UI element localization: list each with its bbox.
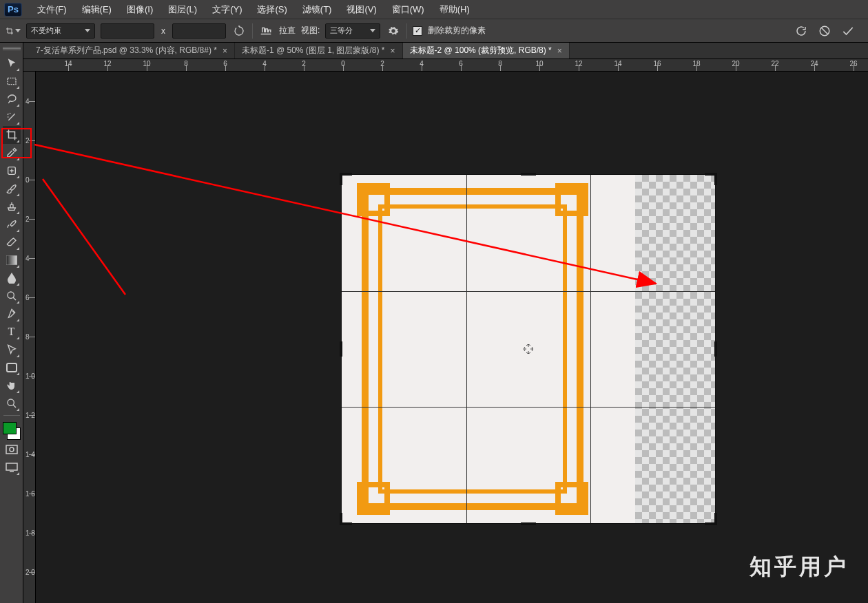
straighten-icon[interactable] <box>258 23 273 39</box>
reset-crop-button[interactable] <box>794 23 809 39</box>
lasso-tool[interactable] <box>3 90 21 108</box>
close-icon[interactable]: × <box>557 46 562 56</box>
foreground-color-swatch[interactable] <box>3 422 17 434</box>
clone-stamp-tool[interactable] <box>3 198 21 215</box>
dodge-tool[interactable] <box>3 287 21 305</box>
hand-tool[interactable] <box>3 377 21 394</box>
move-tool[interactable] <box>3 54 21 72</box>
menu-layer[interactable]: 图层(L) <box>163 1 203 19</box>
chevron-down-icon <box>15 29 21 32</box>
commit-crop-button[interactable] <box>840 23 856 39</box>
chevron-down-icon <box>370 29 375 32</box>
canvas-area[interactable] <box>36 72 868 603</box>
canvas-artwork <box>357 183 588 515</box>
straighten-label: 拉直 <box>279 25 296 36</box>
eyedropper-tool[interactable] <box>3 144 21 162</box>
active-tool-icon[interactable] <box>6 23 21 39</box>
screen-mode-toggle[interactable] <box>3 458 21 476</box>
document-tab-label: 未标题-1 @ 50% (图层 1, 图层蒙版/8) * <box>242 45 385 56</box>
document-tab-label: 未标题-2 @ 100% (裁剪预览, RGB/8) * <box>410 45 552 56</box>
svg-rect-10 <box>365 191 580 507</box>
svg-rect-11 <box>380 207 565 491</box>
marquee-tool[interactable] <box>3 72 21 90</box>
crop-handle-bottom-right[interactable] <box>705 513 717 525</box>
menu-help[interactable]: 帮助(H) <box>434 1 475 19</box>
chevron-down-icon <box>85 29 90 32</box>
quick-mask-toggle[interactable] <box>3 441 21 458</box>
healing-brush-tool[interactable] <box>3 162 21 180</box>
crop-height-input[interactable] <box>172 23 226 39</box>
history-brush-tool[interactable] <box>3 215 21 233</box>
document-tab-label: 7-复活草系列产品.psd @ 33.3% (内容, RGB/8#) * <box>36 45 217 56</box>
watermark-text: 知乎用户 <box>750 552 849 582</box>
crop-region[interactable] <box>342 175 715 523</box>
crop-ratio-dropdown[interactable]: 不受约束 <box>26 23 95 39</box>
panel-grip-icon[interactable] <box>3 47 21 52</box>
zoom-tool[interactable] <box>3 394 21 412</box>
crop-width-input[interactable] <box>101 23 154 39</box>
svg-rect-15 <box>558 485 586 512</box>
delete-cropped-pixels-checkbox[interactable] <box>413 26 422 36</box>
svg-rect-5 <box>7 363 17 372</box>
svg-rect-3 <box>6 255 17 265</box>
transparency-checker <box>635 175 715 523</box>
menu-edit[interactable]: 编辑(E) <box>76 1 117 19</box>
color-swatches[interactable] <box>2 421 21 441</box>
pen-tool[interactable] <box>3 305 21 323</box>
svg-rect-14 <box>360 485 387 512</box>
crop-grid-line <box>342 407 715 408</box>
app-logo: Ps <box>4 3 22 17</box>
options-bar: 不受约束 x 拉直 视图: 三等分 删除裁剪的像素 <box>0 19 868 43</box>
path-select-tool[interactable] <box>3 341 21 359</box>
crop-ratio-value: 不受约束 <box>31 25 61 36</box>
close-icon[interactable]: × <box>223 46 227 56</box>
shape-tool[interactable] <box>3 359 21 377</box>
menu-window[interactable]: 窗口(W) <box>386 1 430 19</box>
document-tab-bar: 7-复活草系列产品.psd @ 33.3% (内容, RGB/8#) * × 未… <box>0 43 868 59</box>
menu-file[interactable]: 文件(F) <box>32 1 72 19</box>
crop-grid-line <box>590 175 591 523</box>
svg-rect-12 <box>360 186 387 213</box>
svg-point-6 <box>8 399 14 405</box>
menu-view[interactable]: 视图(V) <box>341 1 382 19</box>
document-tab[interactable]: 未标题-2 @ 100% (裁剪预览, RGB/8) * × <box>403 43 570 59</box>
eraser-tool[interactable] <box>3 233 21 251</box>
close-icon[interactable]: × <box>391 46 395 56</box>
crop-handle-left[interactable] <box>340 341 342 357</box>
crop-handle-top-right[interactable] <box>705 173 717 185</box>
brush-tool[interactable] <box>3 180 21 198</box>
svg-point-8 <box>10 447 14 452</box>
svg-rect-13 <box>558 186 586 213</box>
menu-image[interactable]: 图像(I) <box>121 1 158 19</box>
svg-rect-9 <box>6 463 17 470</box>
svg-point-4 <box>8 292 14 298</box>
crop-handle-top[interactable] <box>521 173 536 176</box>
menu-type[interactable]: 文字(Y) <box>207 1 247 19</box>
delete-cropped-pixels-label: 删除裁剪的像素 <box>428 25 486 36</box>
menu-select[interactable]: 选择(S) <box>251 1 292 19</box>
document-tab[interactable]: 7-复活草系列产品.psd @ 33.3% (内容, RGB/8#) * × <box>29 43 235 59</box>
crop-options-gear-icon[interactable] <box>386 23 401 39</box>
document-tab[interactable]: 未标题-1 @ 50% (图层 1, 图层蒙版/8) * × <box>235 43 403 59</box>
tool-panel: T <box>0 43 23 603</box>
crop-tool[interactable] <box>3 126 21 144</box>
toolbox-divider <box>3 415 20 416</box>
type-tool[interactable]: T <box>3 323 21 341</box>
gradient-tool[interactable] <box>3 251 21 269</box>
crop-handle-top-left[interactable] <box>340 173 352 185</box>
crop-handle-right[interactable] <box>714 341 717 357</box>
svg-rect-7 <box>6 445 17 454</box>
blur-tool[interactable] <box>3 269 21 287</box>
horizontal-ruler[interactable]: 141210864202468101214161820222426 <box>23 59 868 72</box>
crop-handle-bottom[interactable] <box>521 522 536 525</box>
crop-handle-bottom-left[interactable] <box>340 513 352 525</box>
magic-wand-tool[interactable] <box>3 108 21 126</box>
crop-grid-line <box>466 175 467 523</box>
swap-dimensions-button[interactable] <box>231 23 247 39</box>
cancel-crop-button[interactable] <box>817 23 832 39</box>
menu-bar: Ps 文件(F) 编辑(E) 图像(I) 图层(L) 文字(Y) 选择(S) 滤… <box>0 0 868 19</box>
crop-overlay-dropdown[interactable]: 三等分 <box>325 23 380 39</box>
menu-filter[interactable]: 滤镜(T) <box>297 1 338 19</box>
vertical-ruler[interactable]: 42024681 01 21 41 61 82 0 <box>23 72 36 603</box>
svg-rect-1 <box>8 78 16 84</box>
